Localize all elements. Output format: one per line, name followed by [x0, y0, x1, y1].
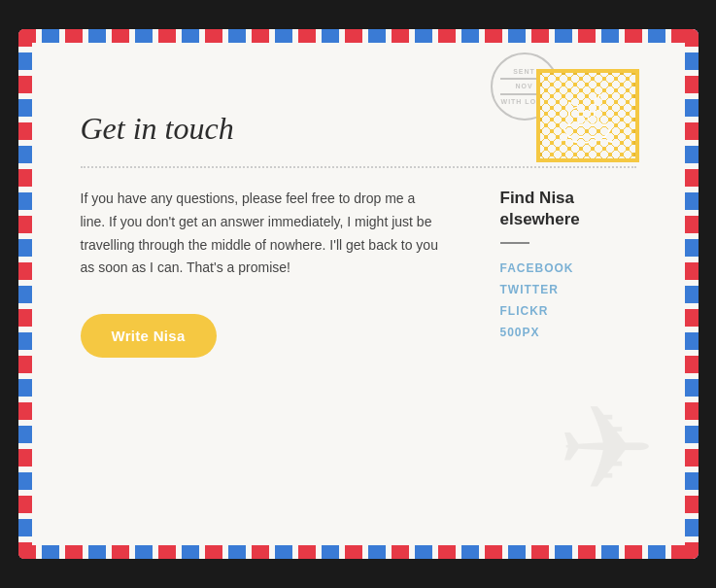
social-link-twitter[interactable]: TWITTER [500, 283, 636, 296]
social-link-flickr[interactable]: FLICKR [500, 304, 636, 318]
right-column: Find Nisa elsewhere FACEBOOK TWITTER FLI… [500, 188, 636, 339]
stamp-boat-icon [551, 85, 624, 148]
social-link-500px[interactable]: 500PX [500, 326, 636, 339]
svg-rect-2 [583, 115, 589, 121]
stripe-right [685, 29, 699, 559]
svg-point-4 [595, 97, 600, 103]
svg-rect-1 [578, 111, 597, 124]
stripe-left [18, 29, 32, 559]
svg-point-5 [598, 94, 603, 99]
stamp-area [539, 72, 636, 159]
find-heading: Find Nisa elsewhere [500, 188, 636, 230]
left-column: If you have any questions, please feel f… [81, 188, 442, 358]
write-button[interactable]: Write Nisa [81, 314, 217, 358]
body-text: If you have any questions, please feel f… [81, 188, 442, 280]
social-links: FACEBOOK TWITTER FLICKR 500PX [500, 261, 636, 339]
stripe-top [18, 29, 699, 43]
envelope-card: SENT NOV WITH LOVE [18, 29, 699, 559]
stripe-bottom [18, 545, 699, 559]
envelope-content: SENT NOV WITH LOVE [32, 43, 685, 545]
find-divider [500, 242, 529, 244]
social-link-facebook[interactable]: FACEBOOK [500, 261, 636, 275]
watermark: ✈ [558, 381, 656, 516]
stamp [539, 72, 636, 159]
main-layout: If you have any questions, please feel f… [81, 188, 636, 358]
divider [81, 166, 636, 168]
svg-rect-3 [595, 104, 600, 115]
